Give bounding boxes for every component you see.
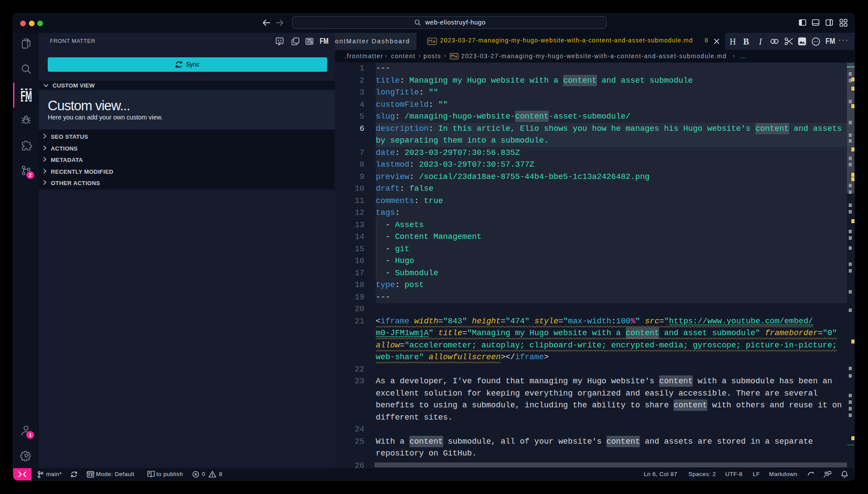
svg-text:FM: FM <box>320 37 328 46</box>
svg-text:FM: FM <box>21 88 32 102</box>
svg-text:FM: FM <box>826 36 835 46</box>
